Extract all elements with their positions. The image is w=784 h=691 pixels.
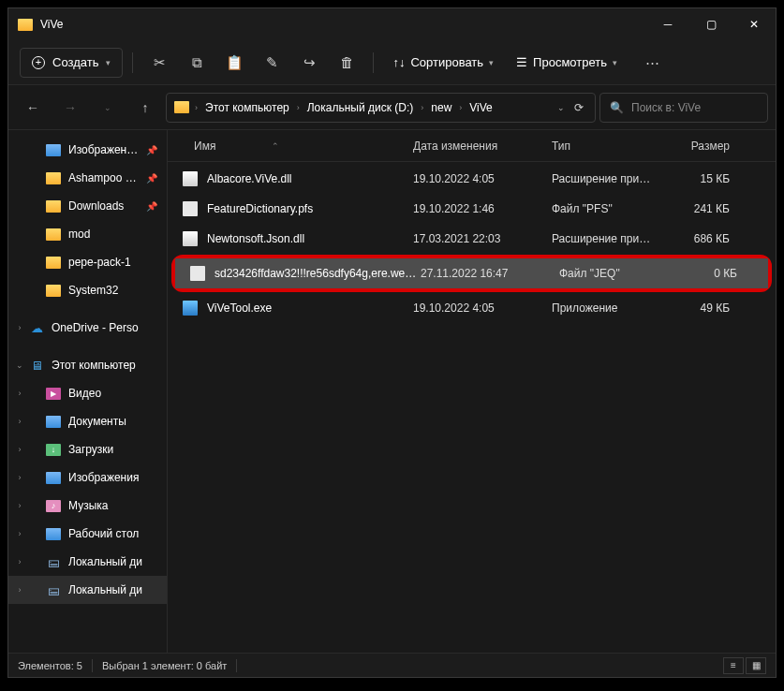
- view-button[interactable]: ☰ Просмотреть ▾: [507, 48, 627, 78]
- delete-button[interactable]: 🗑: [330, 48, 363, 78]
- sidebar-item[interactable]: ›▶Видео: [8, 379, 167, 407]
- chevron-right-icon[interactable]: ›: [14, 417, 25, 426]
- sidebar-item[interactable]: ›Изображения: [8, 463, 167, 492]
- file-name: ViVeTool.exe: [207, 301, 413, 315]
- toolbar: + Создать ▾ ✂ ⧉ 📋 ✎ ↪ 🗑 ↑↓ Сортировать ▾…: [8, 40, 776, 85]
- chevron-right-icon[interactable]: ›: [14, 323, 25, 332]
- more-button[interactable]: ⋯: [636, 48, 670, 78]
- sidebar-item[interactable]: ›Документы: [8, 407, 167, 435]
- cut-button[interactable]: ✂: [142, 48, 176, 78]
- sidebar-item[interactable]: ›🖴Локальный ди: [8, 576, 167, 604]
- chevron-down-icon[interactable]: ⌄: [14, 360, 25, 370]
- downloads-icon: ↓: [46, 444, 61, 456]
- documents-icon: [46, 416, 61, 428]
- new-button[interactable]: + Создать ▾: [20, 48, 123, 78]
- view-label: Просмотреть: [533, 55, 607, 69]
- chevron-right-icon[interactable]: ›: [14, 473, 25, 482]
- pc-icon: 🖥: [29, 358, 44, 373]
- sidebar-item[interactable]: Downloads📌: [8, 192, 167, 220]
- file-icon: [183, 171, 198, 186]
- file-name: Albacore.ViVe.dll: [207, 172, 413, 185]
- tiles-view-button[interactable]: ▦: [746, 657, 766, 674]
- file-row[interactable]: Newtonsoft.Json.dll 17.03.2021 22:03 Рас…: [168, 224, 776, 254]
- file-size: 241 КБ: [672, 202, 739, 215]
- folder-icon: [46, 228, 61, 241]
- sidebar-thispc[interactable]: ⌄🖥Этот компьютер: [8, 351, 167, 379]
- folder-icon: [46, 285, 61, 297]
- file-row[interactable]: sd23426ffdaw32!!!re56sdfy64g,ere.we55.je…: [175, 258, 768, 288]
- details-view-button[interactable]: ≡: [723, 657, 744, 674]
- breadcrumb-item[interactable]: new: [425, 97, 457, 118]
- breadcrumb-item[interactable]: ViVe: [464, 97, 497, 118]
- file-date: 19.10.2022 4:05: [413, 172, 552, 185]
- sort-icon: ↑↓: [392, 55, 405, 69]
- search-icon: 🔍: [610, 101, 624, 114]
- sidebar-item[interactable]: ›♪Музыка: [8, 492, 167, 520]
- sidebar-item[interactable]: ›Рабочий стол: [8, 520, 167, 548]
- sort-label: Сортировать: [410, 55, 483, 69]
- file-date: 27.11.2022 16:47: [421, 267, 559, 280]
- sidebar-item[interactable]: ›🖴Локальный ди: [8, 548, 167, 576]
- titlebar[interactable]: ViVe ─ ▢ ✕: [8, 8, 776, 40]
- statusbar: Элементов: 5 Выбран 1 элемент: 0 байт ≡ …: [8, 653, 776, 677]
- chevron-right-icon[interactable]: ›: [14, 557, 25, 566]
- column-name[interactable]: Имя⌃: [168, 140, 413, 153]
- sort-button[interactable]: ↑↓ Сортировать ▾: [383, 48, 503, 78]
- addressbar[interactable]: › Этот компьютер › Локальный диск (D:) ›…: [166, 93, 596, 123]
- highlight-annotation: sd23426ffdaw32!!!re56sdfy64g,ere.we55.je…: [171, 255, 772, 292]
- chevron-right-icon[interactable]: ›: [14, 585, 25, 595]
- folder-icon: [174, 101, 189, 113]
- chevron-right-icon[interactable]: ›: [14, 445, 25, 454]
- recent-button[interactable]: ⌄: [91, 93, 125, 123]
- breadcrumb-item[interactable]: Локальный диск (D:): [302, 97, 420, 118]
- rename-button[interactable]: ✎: [255, 48, 288, 78]
- chevron-right-icon: ›: [195, 103, 198, 112]
- share-button[interactable]: ↪: [292, 48, 326, 78]
- sidebar-item[interactable]: mod: [8, 220, 167, 248]
- file-icon: [183, 301, 198, 316]
- file-name: FeatureDictionary.pfs: [207, 202, 413, 215]
- file-row[interactable]: Albacore.ViVe.dll 19.10.2022 4:05 Расшир…: [168, 164, 776, 194]
- sort-indicator-icon: ⌃: [272, 141, 279, 151]
- up-button[interactable]: ↑: [128, 93, 162, 123]
- chevron-down-icon: ▾: [106, 58, 111, 67]
- copy-button[interactable]: ⧉: [180, 48, 214, 78]
- paste-button[interactable]: 📋: [217, 48, 251, 78]
- file-type: Файл "PFS": [552, 202, 672, 215]
- music-icon: ♪: [46, 500, 61, 512]
- file-size: 0 КБ: [679, 267, 747, 280]
- pictures-icon: [46, 472, 61, 484]
- chevron-right-icon[interactable]: ›: [14, 529, 25, 538]
- folder-icon: [46, 200, 61, 213]
- pin-icon: 📌: [146, 201, 157, 212]
- column-size[interactable]: Размер: [672, 140, 739, 153]
- maximize-button[interactable]: ▢: [689, 8, 732, 40]
- breadcrumb-item[interactable]: Этот компьютер: [200, 97, 295, 118]
- folder-icon: [46, 257, 61, 269]
- sidebar-item[interactable]: ›↓Загрузки: [8, 435, 167, 463]
- file-icon: [183, 231, 198, 246]
- search-input[interactable]: 🔍 Поиск в: ViVe: [599, 93, 768, 123]
- sidebar-item[interactable]: pepe-pack-1: [8, 248, 167, 276]
- file-list[interactable]: Albacore.ViVe.dll 19.10.2022 4:05 Расшир…: [168, 162, 776, 653]
- forward-button[interactable]: →: [53, 93, 87, 123]
- chevron-down-icon[interactable]: ⌄: [557, 103, 565, 112]
- sidebar-item[interactable]: Ashampoo …📌: [8, 164, 167, 192]
- chevron-right-icon[interactable]: ›: [14, 501, 25, 510]
- sidebar[interactable]: Изображен…📌 Ashampoo …📌 Downloads📌 mod p…: [8, 130, 168, 653]
- file-row[interactable]: ViVeTool.exe 19.10.2022 4:05 Приложение …: [168, 293, 776, 323]
- sidebar-item[interactable]: Изображен…📌: [8, 136, 167, 164]
- close-button[interactable]: ✕: [732, 8, 776, 40]
- back-button[interactable]: ←: [16, 93, 50, 123]
- sidebar-item[interactable]: System32: [8, 276, 167, 304]
- explorer-window: ViVe ─ ▢ ✕ + Создать ▾ ✂ ⧉ 📋 ✎ ↪ 🗑 ↑↓ Со…: [7, 7, 777, 678]
- sidebar-onedrive[interactable]: ›☁OneDrive - Perso: [8, 314, 167, 342]
- refresh-button[interactable]: ⟳: [574, 101, 584, 114]
- column-type[interactable]: Тип: [552, 140, 672, 153]
- pin-icon: 📌: [146, 145, 157, 155]
- column-date[interactable]: Дата изменения: [413, 140, 552, 153]
- minimize-button[interactable]: ─: [646, 8, 689, 40]
- chevron-right-icon[interactable]: ›: [14, 389, 25, 398]
- chevron-down-icon: ▾: [613, 58, 617, 67]
- file-row[interactable]: FeatureDictionary.pfs 19.10.2022 1:46 Фа…: [168, 194, 776, 224]
